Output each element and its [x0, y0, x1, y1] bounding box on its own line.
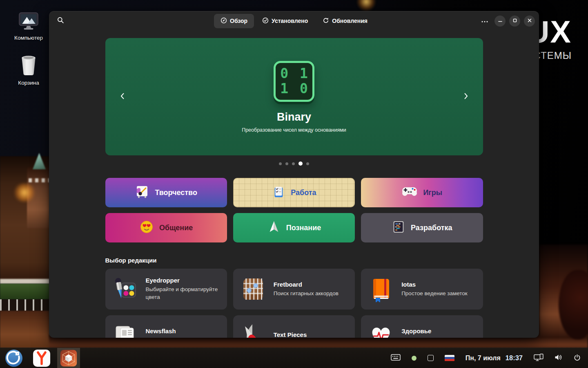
taskbar-tray: Пн, 7 июля 18:37: [391, 348, 588, 368]
featured-app-subtitle: Преобразование чисел между основаниями: [242, 127, 346, 133]
clock-date: Пн, 7 июля: [466, 355, 501, 362]
trash-icon: [19, 70, 38, 77]
app-name: Eyedropper: [146, 277, 220, 284]
app-card-iotas[interactable]: Iotas Простое ведение заметок: [361, 269, 483, 310]
green-status-icon: [412, 356, 416, 361]
power-button[interactable]: [574, 354, 581, 362]
app-card-text: Iotas Простое ведение заметок: [401, 281, 468, 298]
gamepad-icon: [401, 186, 418, 200]
taskbar-apps: [0, 348, 80, 368]
tab-updates[interactable]: Обновления: [316, 14, 374, 28]
desktop: UX ИСТЕМЫ Компьютер: [0, 0, 588, 368]
wallpaper-embankment: [0, 279, 51, 284]
app-card-fretboard[interactable]: Fretboard Поиск гитарных аккордов: [233, 269, 355, 310]
featured-app: 0 1 1 0 Binary Преобразование чисел межд…: [105, 38, 483, 155]
square-indicator-icon: [428, 355, 434, 361]
language-flag-button[interactable]: [445, 355, 454, 361]
editors-choice-grid: Eyedropper Выбирайте и форматируйте цвет…: [105, 269, 483, 338]
close-button[interactable]: [524, 16, 535, 27]
eyedropper-app-icon: [112, 276, 138, 302]
app-description: Следите за своими: [146, 337, 195, 338]
wallpaper-lit-branch: [356, 0, 376, 11]
category-label: Игры: [423, 188, 442, 197]
app-card-text: Newsflash Следите за своими: [146, 328, 195, 338]
overview-page: 0 1 1 0 Binary Преобразование чисел межд…: [105, 38, 483, 338]
category-games[interactable]: Игры: [361, 178, 483, 207]
browser-chromium-gost-button[interactable]: [5, 349, 23, 367]
category-creativity[interactable]: Творчество: [105, 178, 227, 207]
devices-button[interactable]: [534, 354, 543, 363]
app-card-text: Здоровье Отслеживайте свои: [401, 328, 452, 338]
menu-button[interactable]: [479, 15, 491, 27]
software-center-button[interactable]: [60, 349, 78, 367]
carousel-next-button[interactable]: [457, 88, 475, 106]
app-card-text: Eyedropper Выбирайте и форматируйте цвет…: [146, 277, 220, 301]
search-button[interactable]: [54, 14, 67, 27]
refresh-icon: [323, 17, 329, 25]
app-description: Отслеживайте свои: [401, 337, 452, 338]
app-card-text: Fretboard Поиск гитарных аккордов: [274, 281, 339, 298]
app-name: Text Pieces: [274, 331, 307, 338]
category-work[interactable]: Работа: [233, 178, 355, 207]
section-title: Выбор редакции: [105, 257, 483, 264]
window-controls: [479, 15, 535, 27]
tab-installed[interactable]: Установлено: [256, 14, 314, 28]
carousel-dot[interactable]: [292, 162, 295, 165]
app-description: Выбирайте и форматируйте цвета: [146, 286, 220, 301]
binary-icon-row: 0 1: [278, 66, 310, 81]
app-card-textpieces[interactable]: Text Pieces: [233, 315, 355, 338]
browser-yandex-button[interactable]: [33, 349, 51, 367]
desktop-icon-trash[interactable]: Корзина: [8, 54, 49, 86]
iotas-app-icon: [368, 276, 394, 302]
chevron-right-icon: [462, 92, 470, 101]
category-development[interactable]: Разработка: [361, 213, 483, 242]
taskbar-clock[interactable]: Пн, 7 июля 18:37: [466, 354, 523, 362]
carousel-dot[interactable]: [279, 162, 282, 165]
app-name: Iotas: [401, 281, 468, 288]
desktop-icon-computer[interactable]: Компьютер: [8, 12, 49, 41]
category-grid: Творчество Работа: [105, 178, 483, 242]
minimize-button[interactable]: [494, 16, 506, 27]
ellipsis-icon: [481, 18, 488, 24]
app-name: Fretboard: [274, 281, 339, 288]
volume-button[interactable]: [555, 354, 563, 362]
app-card-health[interactable]: Здоровье Отслеживайте свои: [361, 315, 483, 338]
carousel-dot[interactable]: [285, 162, 288, 165]
keyboard-indicator-button[interactable]: [391, 354, 401, 362]
check-circle-icon: [262, 17, 269, 25]
wallpaper-pavement: [0, 311, 51, 350]
compass-icon: [220, 17, 227, 25]
workspace-indicator-button[interactable]: [428, 355, 434, 361]
category-label: Общение: [159, 224, 193, 232]
status-dot-button[interactable]: [412, 356, 416, 361]
category-label: Разработка: [411, 224, 452, 232]
health-app-icon: [368, 323, 394, 338]
keyboard-icon: [391, 354, 401, 362]
carousel-dots: [105, 161, 483, 166]
wallpaper-fence: [0, 299, 51, 311]
binary-icon-row: 1 0: [278, 81, 310, 96]
code-editor-icon: [392, 220, 405, 236]
wallpaper-lamp-glow: [12, 183, 37, 202]
app-name: Здоровье: [401, 328, 452, 334]
tab-label: Установлено: [272, 18, 308, 24]
carousel-dot[interactable]: [298, 162, 303, 166]
view-switcher: Обзор Установлено: [214, 14, 374, 28]
maximize-button[interactable]: [509, 16, 520, 27]
carousel-dot[interactable]: [306, 162, 309, 165]
desktop-icon-label: Корзина: [8, 80, 49, 86]
category-learning[interactable]: Познание: [233, 213, 355, 242]
category-label: Работа: [291, 188, 316, 197]
display-phone-icon: [534, 354, 543, 363]
paper-plane-icon: [267, 220, 281, 236]
featured-banner[interactable]: 0 1 1 0 Binary Преобразование чисел межд…: [105, 38, 483, 155]
app-card-eyedropper[interactable]: Eyedropper Выбирайте и форматируйте цвет…: [105, 269, 227, 310]
yandex-browser-icon: [33, 362, 51, 368]
category-communication[interactable]: Общение: [105, 213, 227, 242]
heart-eyes-emoji-icon: [139, 220, 154, 236]
tab-overview[interactable]: Обзор: [214, 14, 254, 28]
app-card-newsflash[interactable]: Newsflash Следите за своими: [105, 315, 227, 338]
app-description: Простое ведение заметок: [401, 290, 468, 298]
russian-flag-icon: [445, 355, 454, 361]
fretboard-app-icon: [240, 276, 266, 302]
